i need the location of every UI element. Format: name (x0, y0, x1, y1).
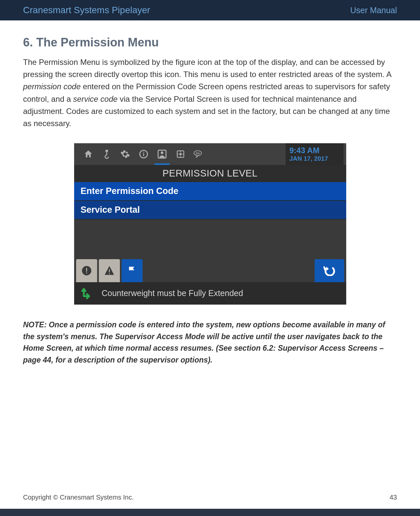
alert-circle-icon[interactable] (76, 259, 97, 282)
language-icon[interactable]: EN (193, 149, 205, 160)
person-icon[interactable] (156, 149, 168, 160)
svg-rect-19 (109, 273, 110, 274)
page-footer: Copyright © Cranesmart Systems Inc. 43 (0, 494, 420, 501)
section-heading: 6. The Permission Menu (23, 36, 397, 49)
warning-triangle-icon[interactable] (99, 259, 120, 282)
hmi-empty-area (74, 220, 346, 259)
hmi-status-text: Counterweight must be Fully Extended (102, 288, 243, 298)
svg-point-4 (143, 152, 144, 153)
hmi-screen-title: PERMISSION LEVEL (74, 165, 346, 182)
hmi-top-bar: EN 9:43 AM JAN 17, 2017 (74, 143, 346, 165)
footer-copyright: Copyright © Cranesmart Systems Inc. (23, 494, 134, 501)
status-arrow-icon (81, 287, 93, 299)
svg-rect-18 (109, 269, 110, 272)
svg-point-6 (161, 151, 163, 154)
svg-rect-0 (105, 150, 108, 152)
document-subtitle: User Manual (350, 6, 397, 15)
hmi-date-value: JAN 17, 2017 (290, 155, 338, 162)
hmi-menu-list: Enter Permission Code Service Portal (74, 182, 346, 220)
brightness-icon[interactable] (175, 149, 186, 160)
page-header: Cranesmart Systems Pipelayer User Manual (0, 0, 420, 20)
menu-item-permission-code[interactable]: Enter Permission Code (74, 182, 346, 201)
section-note: NOTE: Once a permission code is entered … (23, 319, 397, 366)
section-body: The Permission Menu is symbolized by the… (23, 56, 397, 129)
hmi-screenshot: EN 9:43 AM JAN 17, 2017 PERMISSION LEVEL… (23, 143, 397, 305)
gear-icon[interactable] (120, 149, 131, 160)
hmi-soft-buttons (74, 259, 346, 282)
footer-page-number: 43 (390, 494, 397, 501)
hmi-clock: 9:43 AM JAN 17, 2017 (286, 143, 344, 165)
hmi-time-value: 9:43 AM (290, 146, 338, 155)
hmi-status-bar: Counterweight must be Fully Extended (74, 282, 346, 305)
svg-text:EN: EN (196, 152, 200, 155)
info-icon[interactable] (138, 149, 149, 160)
document-title: Cranesmart Systems Pipelayer (23, 5, 150, 15)
active-tab-indicator (154, 163, 170, 165)
svg-point-8 (179, 153, 182, 155)
hook-icon[interactable] (101, 149, 112, 160)
footer-strip (0, 509, 420, 516)
menu-item-service-portal[interactable]: Service Portal (74, 201, 346, 220)
flag-icon[interactable] (122, 259, 143, 282)
svg-rect-17 (86, 273, 87, 274)
back-button[interactable] (315, 259, 344, 282)
home-icon[interactable] (83, 149, 94, 160)
svg-rect-16 (86, 268, 87, 272)
